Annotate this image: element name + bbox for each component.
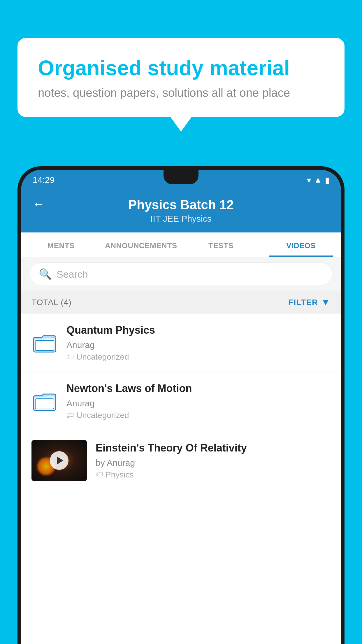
back-button[interactable]: ← <box>33 197 44 211</box>
video-author: Anurag <box>66 340 331 350</box>
video-tag: 🏷 Physics <box>96 470 331 480</box>
video-info: Newton's Laws of Motion Anurag 🏷 Uncateg… <box>66 382 331 420</box>
search-bar: 🔍 Search <box>21 257 341 291</box>
signal-icon: ▲ <box>314 175 322 185</box>
video-tag: 🏷 Uncategorized <box>66 411 331 420</box>
status-icons: ▾ ▲ ▮ <box>307 175 329 185</box>
svg-rect-3 <box>35 399 54 409</box>
tag-label: Physics <box>106 470 133 480</box>
bubble-subtitle: notes, question papers, solutions all at… <box>38 86 324 99</box>
filter-icon: ▼ <box>321 297 331 308</box>
folder-icon <box>33 391 56 411</box>
tag-icon: 🏷 <box>66 352 74 361</box>
folder-icon-wrap <box>31 391 58 411</box>
speech-bubble: Organised study material notes, question… <box>17 38 345 117</box>
phone-frame: 14:29 ▾ ▲ ▮ ← Physics Batch 12 IIT JEE P… <box>17 166 345 644</box>
wifi-icon: ▾ <box>307 175 311 185</box>
tag-label: Uncategorized <box>76 352 129 362</box>
tab-tests[interactable]: TESTS <box>181 232 261 257</box>
notch <box>164 170 198 184</box>
header-subtitle: IIT JEE Physics <box>150 214 212 224</box>
battery-icon: ▮ <box>325 175 329 185</box>
status-time: 14:29 <box>33 175 55 185</box>
video-author: by Anurag <box>96 458 331 468</box>
video-title: Quantum Physics <box>66 323 331 337</box>
speech-bubble-container: Organised study material notes, question… <box>17 38 345 117</box>
tag-label: Uncategorized <box>76 411 129 420</box>
video-thumbnail <box>31 440 87 481</box>
header-title: Physics Batch 12 <box>128 197 234 212</box>
search-input-wrap[interactable]: 🔍 Search <box>30 262 332 286</box>
video-title: Newton's Laws of Motion <box>66 382 331 396</box>
list-item[interactable]: Newton's Laws of Motion Anurag 🏷 Uncateg… <box>21 372 341 430</box>
search-icon: 🔍 <box>39 268 52 280</box>
tag-icon: 🏷 <box>66 411 74 420</box>
status-bar: 14:29 ▾ ▲ ▮ <box>21 170 341 190</box>
folder-icon <box>33 332 56 353</box>
search-input[interactable]: Search <box>57 269 88 280</box>
video-list: Quantum Physics Anurag 🏷 Uncategorized <box>21 314 341 491</box>
tab-bar: MENTS ANNOUNCEMENTS TESTS VIDEOS <box>21 232 341 257</box>
svg-rect-1 <box>35 340 54 351</box>
tab-videos[interactable]: VIDEOS <box>261 232 341 257</box>
list-item[interactable]: Einstein's Theory Of Relativity by Anura… <box>21 430 341 491</box>
video-title: Einstein's Theory Of Relativity <box>96 441 331 455</box>
video-author: Anurag <box>66 398 331 408</box>
folder-icon-wrap <box>31 332 58 353</box>
video-tag: 🏷 Uncategorized <box>66 352 331 362</box>
tab-announcements[interactable]: ANNOUNCEMENTS <box>101 232 181 257</box>
tab-ments[interactable]: MENTS <box>21 232 101 257</box>
list-item[interactable]: Quantum Physics Anurag 🏷 Uncategorized <box>21 314 341 372</box>
play-button[interactable] <box>50 451 68 470</box>
app-header: ← Physics Batch 12 IIT JEE Physics <box>21 190 341 232</box>
screen-content: 🔍 Search TOTAL (4) FILTER ▼ <box>21 257 341 644</box>
phone-inner: 14:29 ▾ ▲ ▮ ← Physics Batch 12 IIT JEE P… <box>21 170 341 644</box>
video-info: Einstein's Theory Of Relativity by Anura… <box>96 441 331 480</box>
total-label: TOTAL (4) <box>31 298 72 307</box>
video-info: Quantum Physics Anurag 🏷 Uncategorized <box>66 323 331 362</box>
filter-label: FILTER <box>288 298 318 307</box>
play-triangle-icon <box>57 456 63 465</box>
tag-icon: 🏷 <box>96 470 103 479</box>
filter-row: TOTAL (4) FILTER ▼ <box>21 291 341 314</box>
filter-button[interactable]: FILTER ▼ <box>288 297 331 308</box>
bubble-title: Organised study material <box>38 55 324 80</box>
